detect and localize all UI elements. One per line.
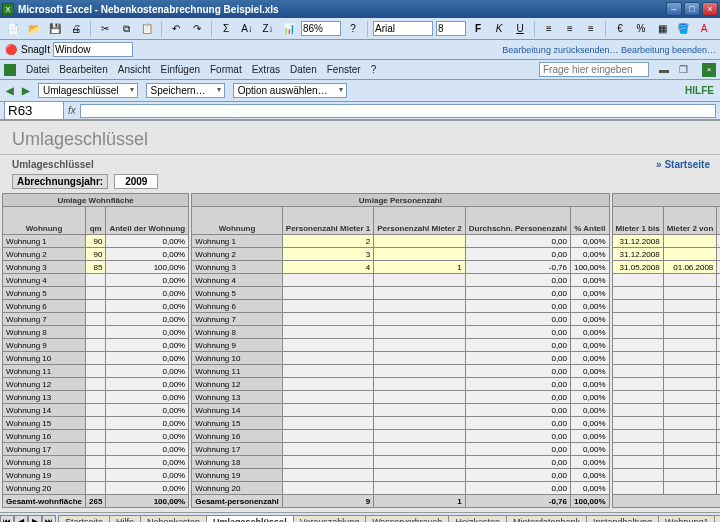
table-row[interactable]: 000,00% [612,378,720,391]
table-row[interactable]: Wohnung 40,000,00% [192,274,609,287]
fontsize-select[interactable] [436,21,466,36]
menu-data[interactable]: Daten [290,64,317,75]
table-row[interactable]: 000,00% [612,430,720,443]
table-row[interactable]: Wohnung 180,000,00% [192,456,609,469]
chart-icon[interactable]: 📊 [280,20,298,38]
sheet-tab[interactable]: Nebenkosten [140,515,207,522]
doc-restore-icon[interactable]: ❐ [679,64,688,75]
open-icon[interactable]: 📂 [25,20,43,38]
copy-icon[interactable]: ⧉ [117,20,135,38]
fillcolor-icon[interactable]: 🪣 [674,20,692,38]
name-box[interactable] [4,101,64,120]
table-row[interactable]: Wohnung 130,000,00% [192,391,609,404]
formula-input[interactable] [80,104,716,118]
table-row[interactable]: 000,00% [612,469,720,482]
redo-icon[interactable]: ↷ [188,20,206,38]
nav-fwd-icon[interactable]: ▶ [22,85,30,96]
table-mieterwechsel[interactable]: Mieterwech Mieter 1 bis Mieter 2 von Woh… [612,193,720,508]
table-row[interactable]: Wohnung 190,000,00% [192,469,609,482]
table-row[interactable]: Wohnung 100,00% [3,352,189,365]
sheet-tab[interactable]: Vorauszahlung [293,515,367,522]
table-row[interactable]: 000,00% [612,391,720,404]
table-row[interactable]: Wohnung 230,000,00% [192,248,609,261]
italic-icon[interactable]: K [490,20,508,38]
table-row[interactable]: 000,00% [612,443,720,456]
currency-icon[interactable]: € [611,20,629,38]
table-row[interactable]: Wohnung 341-0,76100,00% [192,261,609,274]
table-row[interactable]: Wohnung 160,00% [3,430,189,443]
table-row[interactable]: Wohnung 40,00% [3,274,189,287]
table-row[interactable]: Wohnung 385100,00% [3,261,189,274]
table-row[interactable]: 000,00% [612,287,720,300]
nav-help-link[interactable]: HILFE [685,85,714,96]
snag-mode[interactable] [53,42,133,57]
align-center-icon[interactable]: ≡ [561,20,579,38]
table-row[interactable]: Wohnung 170,000,00% [192,443,609,456]
table-row[interactable]: 000,00% [612,404,720,417]
nav-back-icon[interactable]: ◀ [6,85,14,96]
table-row[interactable]: Wohnung 120,000,00% [192,235,609,248]
bold-icon[interactable]: F [469,20,487,38]
table-row[interactable]: 31.12.200836500,00% [612,235,720,248]
table-row[interactable]: 000,00% [612,482,720,495]
table-wohnflaeche[interactable]: Umlage Wohnfläche Wohnung qm Anteil der … [2,193,189,508]
sheet-tab[interactable]: Mieterdatenbank [506,515,587,522]
align-left-icon[interactable]: ≡ [540,20,558,38]
menu-window[interactable]: Fenster [327,64,361,75]
fx-icon[interactable]: fx [68,105,76,116]
worksheet-area[interactable]: Umlageschlüssel Umlageschlüssel » Starts… [0,120,720,512]
table-row[interactable]: 000,00% [612,456,720,469]
table-row[interactable]: 31.12.200836500,00% [612,248,720,261]
startseite-link[interactable]: » Startseite [656,159,710,170]
new-icon[interactable]: 📄 [4,20,22,38]
undo-icon[interactable]: ↶ [167,20,185,38]
table-row[interactable]: Wohnung 150,00% [3,417,189,430]
tab-last-icon[interactable]: ⏭ [42,515,56,523]
table-row[interactable]: Wohnung 140,00% [3,404,189,417]
nav-sheet-select[interactable]: Umlageschlüssel [38,83,138,98]
tracking-link[interactable]: Bearbeitung zurücksenden… Bearbeitung be… [502,45,716,55]
table-row[interactable]: Wohnung 70,000,00% [192,313,609,326]
sheet-tab[interactable]: Instandhaltung [586,515,659,522]
table-row[interactable]: Wohnung 80,00% [3,326,189,339]
table-row[interactable]: 000,00% [612,300,720,313]
menu-format[interactable]: Format [210,64,242,75]
doc-minimize-icon[interactable]: ▬ [659,64,669,75]
close-button[interactable]: × [702,2,718,16]
table-row[interactable]: Wohnung 110,00% [3,365,189,378]
tab-prev-icon[interactable]: ◀ [14,515,28,523]
table-row[interactable]: Wohnung 200,000,00% [192,482,609,495]
underline-icon[interactable]: U [511,20,529,38]
save-icon[interactable]: 💾 [46,20,64,38]
font-select[interactable] [373,21,433,36]
table-row[interactable]: Wohnung 180,00% [3,456,189,469]
table-row[interactable]: Wohnung 110,000,00% [192,365,609,378]
table-row[interactable]: 000,00% [612,326,720,339]
table-row[interactable]: Wohnung 2900,00% [3,248,189,261]
table-row[interactable]: Wohnung 120,00% [3,378,189,391]
menu-insert[interactable]: Einfügen [161,64,200,75]
tab-first-icon[interactable]: ⏮ [0,515,14,523]
table-row[interactable]: Wohnung 50,00% [3,287,189,300]
table-row[interactable]: Wohnung 120,000,00% [192,378,609,391]
menu-file[interactable]: Datei [26,64,49,75]
table-row[interactable]: 31.05.200801.06.20080-214-58,63% [612,261,720,274]
borders-icon[interactable]: ▦ [653,20,671,38]
menu-view[interactable]: Ansicht [118,64,151,75]
minimize-button[interactable]: – [666,2,682,16]
menu-help[interactable]: ? [371,64,377,75]
sheet-tab[interactable]: Umlageschlüssel [206,515,294,522]
table-row[interactable]: Wohnung 130,00% [3,391,189,404]
table-row[interactable]: Wohnung 80,000,00% [192,326,609,339]
fontcolor-icon[interactable]: A [695,20,713,38]
sum-icon[interactable]: Σ [217,20,235,38]
percent-icon[interactable]: % [632,20,650,38]
table-row[interactable]: 000,00% [612,417,720,430]
sort-asc-icon[interactable]: A↓ [238,20,256,38]
sheet-tab[interactable]: Wohnung1 [658,515,715,522]
menu-edit[interactable]: Bearbeiten [59,64,107,75]
table-row[interactable]: 000,00% [612,313,720,326]
table-row[interactable]: Wohnung 60,000,00% [192,300,609,313]
table-row[interactable]: Wohnung 150,000,00% [192,417,609,430]
table-personenzahl[interactable]: Umlage Personenzahl Wohnung Personenzahl… [191,193,609,508]
